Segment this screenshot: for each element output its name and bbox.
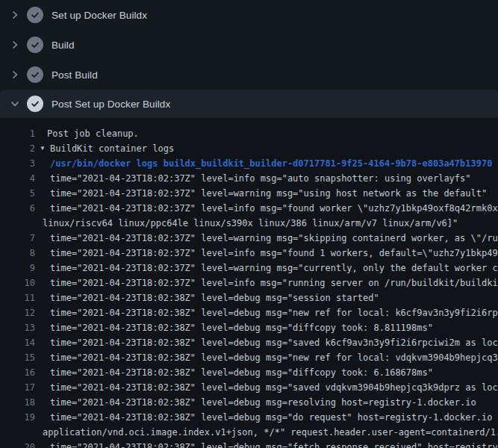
line-text: time="2021-04-23T18:02:37Z" level=info m… — [50, 246, 498, 261]
line-text: time="2021-04-23T18:02:38Z" level=debug … — [50, 335, 498, 350]
line-number[interactable]: 17 — [0, 380, 35, 395]
line-number[interactable]: 5 — [0, 186, 35, 201]
line-number[interactable]: 20 — [0, 440, 35, 448]
line-number[interactable]: 3 — [0, 156, 35, 171]
line-number[interactable]: 1 — [0, 126, 35, 141]
line-text: time="2021-04-23T18:02:38Z" level=debug … — [50, 440, 498, 448]
line-text: time="2021-04-23T18:02:37Z" level=warnin… — [50, 231, 498, 246]
line-number[interactable]: 9 — [0, 261, 35, 276]
log-line: linux/riscv64 linux/ppc64le linux/s390x … — [0, 216, 498, 231]
line-number[interactable]: 2 — [0, 141, 35, 156]
line-number[interactable]: 18 — [0, 395, 35, 410]
log-line: application/vnd.oci.image.index.v1+json,… — [0, 425, 498, 440]
log-line: 5 time="2021-04-23T18:02:37Z" level=warn… — [0, 186, 498, 201]
chevron-down-icon — [9, 98, 21, 110]
line-text: application/vnd.oci.image.index.v1+json,… — [43, 425, 498, 440]
step-label: Post Set up Docker Buildx — [52, 99, 170, 110]
line-number[interactable]: 7 — [0, 231, 35, 246]
line-number[interactable]: 12 — [0, 305, 35, 320]
step-header-post-set-up-docker-buildx[interactable]: Post Set up Docker Buildx — [0, 90, 498, 118]
line-text: time="2021-04-23T18:02:38Z" level=debug … — [50, 395, 476, 410]
log-line: 18 time="2021-04-23T18:02:38Z" level=deb… — [0, 395, 498, 410]
chevron-right-icon — [9, 69, 21, 81]
chevron-right-icon — [9, 39, 21, 51]
line-text: Post job cleanup. — [47, 126, 139, 141]
group-toggle-icon[interactable]: ▼ — [39, 141, 46, 156]
line-text: time="2021-04-23T18:02:37Z" level=info m… — [50, 201, 498, 216]
step-label: Post Build — [52, 69, 98, 81]
line-number[interactable]: 16 — [0, 365, 35, 380]
line-text: time="2021-04-23T18:02:38Z" level=debug … — [50, 320, 433, 335]
line-number[interactable]: 15 — [0, 350, 35, 365]
log-line: 3 /usr/bin/docker logs buildx_buildkit_b… — [0, 156, 498, 171]
log-lines: 1 Post job cleanup. 2 ▼ BuildKit contain… — [0, 126, 498, 448]
log-line: 7 time="2021-04-23T18:02:37Z" level=warn… — [0, 231, 498, 246]
check-circle-icon — [27, 7, 43, 23]
step-header-set-up-docker-buildx[interactable]: Set up Docker Buildx — [0, 0, 498, 30]
line-number[interactable]: 10 — [0, 276, 35, 290]
log-line: 10 time="2021-04-23T18:02:37Z" level=inf… — [0, 276, 498, 290]
line-text: time="2021-04-23T18:02:38Z" level=debug … — [50, 350, 498, 365]
line-number[interactable]: 6 — [0, 201, 35, 216]
line-text: time="2021-04-23T18:02:38Z" level=debug … — [50, 410, 498, 425]
line-number[interactable]: 13 — [0, 320, 35, 335]
line-text: time="2021-04-23T18:02:38Z" level=debug … — [50, 305, 498, 320]
line-number[interactable]: 14 — [0, 335, 35, 350]
log-line: 11 time="2021-04-23T18:02:38Z" level=deb… — [0, 290, 498, 305]
log-line: 9 time="2021-04-23T18:02:37Z" level=warn… — [0, 261, 498, 276]
line-text: time="2021-04-23T18:02:37Z" level=info m… — [50, 171, 471, 186]
line-number[interactable] — [0, 425, 35, 440]
line-text: time="2021-04-23T18:02:38Z" level=debug … — [50, 365, 433, 380]
line-number[interactable] — [0, 216, 35, 231]
log-line: 19 time="2021-04-23T18:02:38Z" level=deb… — [0, 410, 498, 425]
line-text: time="2021-04-23T18:02:37Z" level=warnin… — [50, 186, 487, 201]
line-number[interactable]: 4 — [0, 171, 35, 186]
log-line: 14 time="2021-04-23T18:02:38Z" level=deb… — [0, 335, 498, 350]
step-label: Build — [52, 40, 75, 51]
check-circle-icon — [27, 37, 43, 53]
line-number[interactable]: 19 — [0, 410, 35, 425]
step-label: Set up Docker Buildx — [52, 10, 147, 21]
line-number[interactable]: 8 — [0, 246, 35, 261]
line-text: BuildKit container logs — [50, 141, 174, 156]
log-line: 8 time="2021-04-23T18:02:37Z" level=info… — [0, 246, 498, 261]
step-header-build[interactable]: Build — [0, 30, 498, 60]
log-line: 16 time="2021-04-23T18:02:38Z" level=deb… — [0, 365, 498, 380]
log-viewer: 1 Post job cleanup. 2 ▼ BuildKit contain… — [0, 118, 498, 448]
line-number[interactable]: 11 — [0, 290, 35, 305]
log-line: 15 time="2021-04-23T18:02:38Z" level=deb… — [0, 350, 498, 365]
job-steps-list: Set up Docker Buildx Build Post Build Po… — [0, 0, 498, 118]
log-line: 12 time="2021-04-23T18:02:38Z" level=deb… — [0, 305, 498, 320]
log-line: 2 ▼ BuildKit container logs — [0, 141, 498, 156]
line-text: linux/riscv64 linux/ppc64le linux/s390x … — [43, 216, 458, 231]
log-line: 20 time="2021-04-23T18:02:38Z" level=deb… — [0, 440, 498, 448]
line-text: time="2021-04-23T18:02:38Z" level=debug … — [50, 290, 379, 305]
check-circle-icon — [27, 96, 43, 112]
log-line: 4 time="2021-04-23T18:02:37Z" level=info… — [0, 171, 498, 186]
log-line: 1 Post job cleanup. — [0, 126, 498, 141]
log-line: 13 time="2021-04-23T18:02:38Z" level=deb… — [0, 320, 498, 335]
line-text: time="2021-04-23T18:02:37Z" level=warnin… — [50, 261, 498, 276]
step-header-post-build[interactable]: Post Build — [0, 60, 498, 90]
chevron-right-icon — [9, 9, 21, 21]
line-text: time="2021-04-23T18:02:38Z" level=debug … — [50, 380, 498, 395]
line-text: time="2021-04-23T18:02:37Z" level=info m… — [50, 276, 498, 290]
log-line: 17 time="2021-04-23T18:02:38Z" level=deb… — [0, 380, 498, 395]
check-circle-icon — [27, 66, 43, 83]
log-line: 6 time="2021-04-23T18:02:37Z" level=info… — [0, 201, 498, 216]
line-text: /usr/bin/docker logs buildx_buildkit_bui… — [50, 156, 492, 171]
